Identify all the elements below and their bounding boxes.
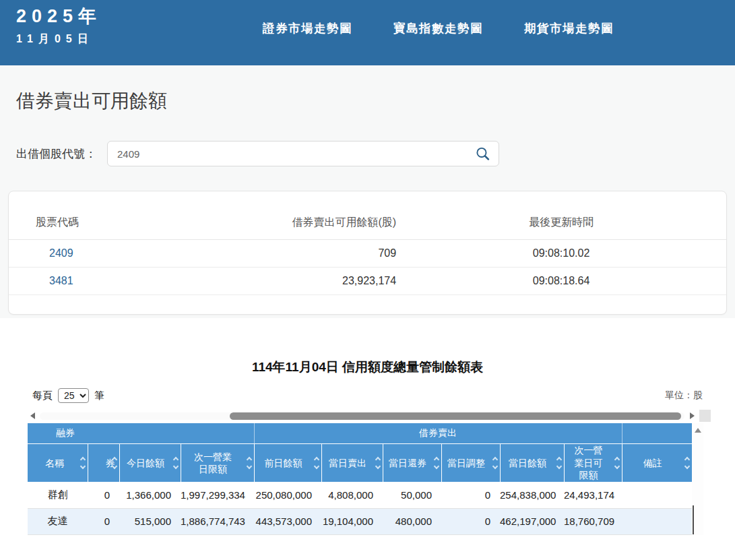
cell-value: 1,366,000 [119,482,181,508]
vertical-scrollbar[interactable] [692,423,703,535]
cell-value: 4,808,000 [321,482,383,508]
stock-link-3481[interactable]: 3481 [49,275,73,286]
col-day-balance[interactable]: 當日餘額 [500,443,564,482]
credit-quota-title: 114年11月04日 信用額度總量管制餘額表 [0,359,735,376]
col-name[interactable]: 名稱 [28,443,88,482]
available-balance-card: 股票代碼 借券賣出可用餘額(股) 最後更新時間 2409 709 09:08:1… [8,191,727,315]
col-next-day-available[interactable]: 次一營業日可限額 [564,443,622,482]
date-monthday: 11月05日 [16,32,102,46]
cell-value: 480,000 [383,508,441,534]
per-page-prefix: 每頁 [32,390,53,402]
cell-value: 250,080,000 [254,482,321,508]
cell-value: 515,000 [119,508,181,534]
group-remark-spacer [622,423,692,443]
available-balance-table: 股票代碼 借券賣出可用餘額(股) 最後更新時間 2409 709 09:08:1… [9,191,726,295]
cell-value: 0 [88,482,119,508]
scroll-left-button[interactable] [28,411,37,421]
sort-icon[interactable] [493,458,497,468]
nav-futures-market-chart[interactable]: 期貨市場走勢圖 [524,20,614,36]
search-label: 出借個股代號： [16,146,96,162]
updated-value: 09:08:18.64 [396,268,726,295]
sort-icon[interactable] [435,458,439,468]
left-arrow-icon [30,412,35,419]
col-day-return[interactable]: 當日還券 [383,443,441,482]
stock-name: 友達 [28,508,88,534]
scrollbar-corner [699,410,711,422]
updated-value: 09:08:10.02 [396,240,726,268]
group-sbl-sell: 借券賣出 [254,423,622,443]
unit-label: 單位：股 [665,390,703,402]
stock-name: 群創 [28,482,88,508]
vertical-scrollbar-thumb[interactable] [693,505,694,534]
stock-search-row: 出借個股代號： [16,141,727,166]
cell-value: 1,886,774,743 [181,508,254,534]
column-header-row: 名稱 券 今日餘額 次一營業日限額 [28,443,692,482]
cell-value: 18,760,709 [564,508,622,534]
horizontal-scrollbar [28,410,711,422]
col-quota[interactable]: 券 [88,443,119,482]
cell-value: 1,997,299,334 [181,482,254,508]
sort-icon[interactable] [557,458,561,468]
search-box [107,141,499,166]
search-icon[interactable] [474,146,491,165]
per-page-control: 每頁 25 筆 [32,388,104,403]
per-page-suffix: 筆 [94,390,104,402]
credit-quota-section: 114年11月04日 信用額度總量管制餘額表 每頁 25 筆 單位：股 [0,318,735,535]
col-last-updated: 最後更新時間 [396,191,726,240]
horizontal-scrollbar-track[interactable] [40,412,684,420]
credit-quota-table: 融券 借券賣出 名稱 券 今日餘額 [28,423,692,535]
col-remark[interactable]: 備註 [622,443,692,482]
cell-value: 0 [441,508,500,534]
cell-value: 443,573,000 [254,508,321,534]
sort-icon[interactable] [376,458,380,468]
cell-remark [622,482,692,508]
cell-remark [622,508,692,534]
scroll-right-button[interactable] [687,411,697,421]
col-available-balance: 借券賣出可用餘額(股) [274,191,396,240]
horizontal-scrollbar-thumb[interactable] [230,412,681,420]
credit-quota-table-wrap: 融券 借券賣出 名稱 券 今日餘額 [28,423,735,535]
cell-value: 0 [441,482,500,508]
sort-icon[interactable] [315,458,319,468]
stock-link-2409[interactable]: 2409 [49,247,73,259]
sort-icon[interactable] [113,458,117,468]
top-nav: 證券市場走勢圖 寶島指數走勢圖 期貨市場走勢圖 [263,20,614,36]
sort-icon[interactable] [247,458,251,468]
sort-icon[interactable] [615,458,619,468]
col-stock-code: 股票代碼 [9,191,274,240]
scroll-up-button[interactable] [694,428,702,435]
col-today-balance[interactable]: 今日餘額 [119,443,181,482]
cell-value: 19,104,000 [321,508,383,534]
right-arrow-icon [690,412,695,419]
stock-code-input[interactable] [107,141,499,166]
col-day-sell[interactable]: 當日賣出 [321,443,383,482]
table-row-innolux: 群創 0 1,366,000 1,997,299,334 250,080,000… [28,482,692,508]
table-row: 2409 709 09:08:10.02 [9,240,726,268]
cell-value: 50,000 [383,482,441,508]
sort-icon[interactable] [81,458,85,468]
balance-value: 23,923,174 [274,268,396,295]
col-prev-day-balance[interactable]: 前日餘額 [254,443,321,482]
sort-icon[interactable] [685,458,689,468]
col-day-adjust[interactable]: 當日調整 [441,443,500,482]
group-margin-short: 融券 [28,423,254,443]
sbl-balance-section: 借券賣出可用餘額 出借個股代號： 股票代碼 借券賣出可用餘額(股) 最後更新時間 [0,65,735,318]
table-controls-row: 每頁 25 筆 單位：股 [32,388,703,403]
cell-value: 254,838,000 [500,482,564,508]
nav-securities-market-chart[interactable]: 證券市場走勢圖 [263,20,352,36]
up-arrow-icon [695,428,701,433]
cell-value: 24,493,174 [564,482,622,508]
nav-formosa-index-chart[interactable]: 寶島指數走勢圖 [393,20,483,36]
group-header-row: 融券 借券賣出 [28,423,692,443]
col-next-day-limit[interactable]: 次一營業日限額 [181,443,254,482]
top-header: 2025年 11月05日 證券市場走勢圖 寶島指數走勢圖 期貨市場走勢圖 [0,0,735,65]
balance-value: 709 [274,240,396,268]
sort-icon[interactable] [174,458,178,468]
header-date: 2025年 11月05日 [16,5,102,46]
page-title: 借券賣出可用餘額 [8,65,727,114]
table-row-auo: 友達 0 515,000 1,886,774,743 443,573,000 1… [28,508,692,534]
cell-value: 462,197,000 [500,508,564,534]
table-header-row: 股票代碼 借券賣出可用餘額(股) 最後更新時間 [9,191,726,240]
date-year: 2025年 [16,5,102,28]
per-page-select[interactable]: 25 [58,388,89,403]
